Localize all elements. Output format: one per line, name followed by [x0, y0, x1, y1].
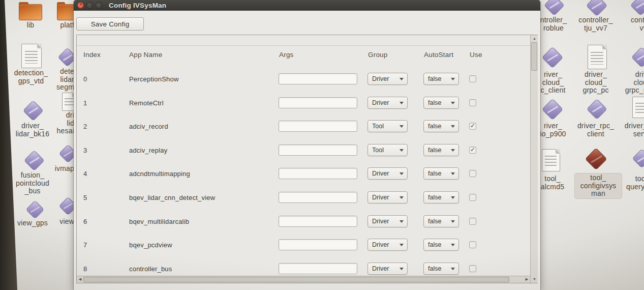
- use-checkbox[interactable]: [469, 218, 476, 225]
- maximize-icon[interactable]: [96, 2, 102, 9]
- chevron-down-icon: [451, 244, 455, 246]
- close-icon[interactable]: [77, 2, 84, 9]
- table-row: 4 adcndtmultimapping Driver false: [77, 162, 529, 186]
- desktop: lib detection_ gps_vtd driver_ lidar_bk1…: [0, 0, 644, 290]
- args-input[interactable]: [279, 121, 357, 132]
- autostart-dropdown[interactable]: false: [423, 144, 459, 156]
- chevron-down-icon: [451, 78, 455, 80]
- chevron-down-icon: [451, 268, 455, 270]
- use-checkbox[interactable]: [469, 265, 476, 272]
- autostart-value: false: [428, 265, 441, 272]
- horizontal-scroll-thumb[interactable]: [83, 277, 509, 282]
- desktop-icon-label: tool_ configivsys man: [575, 173, 622, 198]
- folder-icon: [19, 4, 42, 20]
- args-input[interactable]: [279, 216, 357, 227]
- row-index: 8: [83, 265, 87, 272]
- scroll-down-icon[interactable]: ▼: [531, 276, 538, 282]
- autostart-value: false: [428, 218, 441, 225]
- vertical-scrollbar[interactable]: ▲ ▼: [530, 35, 538, 283]
- autostart-dropdown[interactable]: false: [423, 73, 459, 85]
- group-value: Driver: [372, 265, 389, 272]
- monitor-bezel: [0, 0, 20, 290]
- autostart-value: false: [428, 123, 441, 130]
- table-row: 7 bqev_pcdview Driver false: [77, 233, 529, 257]
- chevron-down-icon: [451, 125, 455, 128]
- use-checkbox[interactable]: [469, 194, 476, 201]
- diamond-app-icon: [542, 99, 562, 119]
- group-dropdown[interactable]: Driver: [367, 191, 408, 204]
- use-checkbox[interactable]: [469, 75, 476, 82]
- chevron-down-icon: [400, 220, 404, 223]
- table-row: 0 PerceptionShow Driver false: [77, 67, 529, 91]
- use-checkbox[interactable]: [469, 99, 476, 106]
- table-rows: 0 PerceptionShow Driver false 1 RemoteCt…: [77, 35, 537, 283]
- chevron-down-icon: [400, 78, 404, 80]
- vertical-scroll-thumb[interactable]: [531, 42, 537, 71]
- horizontal-scrollbar[interactable]: ◀ ▶: [77, 276, 530, 283]
- args-input[interactable]: [279, 263, 357, 274]
- use-checkbox[interactable]: [469, 241, 476, 248]
- args-input[interactable]: [279, 239, 357, 250]
- row-index: 7: [83, 241, 87, 249]
- desktop-icon-label: driver_rpc_ client: [572, 122, 619, 138]
- group-dropdown[interactable]: Tool: [367, 144, 408, 156]
- diamond-app-icon: [23, 100, 42, 120]
- autostart-dropdown[interactable]: false: [423, 215, 459, 227]
- autostart-dropdown[interactable]: false: [423, 97, 459, 109]
- args-input[interactable]: [279, 97, 357, 108]
- table-row: 2 adciv_record Tool false: [77, 114, 529, 138]
- group-value: Tool: [372, 123, 384, 130]
- autostart-dropdown[interactable]: false: [423, 120, 459, 132]
- chevron-down-icon: [400, 268, 404, 270]
- desktop-icon-label: dri lid hesai: [48, 111, 74, 135]
- diamond-app-icon: [24, 150, 43, 169]
- scroll-up-icon[interactable]: ▲: [531, 35, 538, 42]
- desktop-icon-label: dete lidar segm: [49, 68, 74, 92]
- group-dropdown[interactable]: Tool: [367, 120, 408, 132]
- scroll-right-icon[interactable]: ▶: [524, 276, 530, 283]
- autostart-value: false: [428, 99, 441, 106]
- group-dropdown[interactable]: Driver: [367, 73, 408, 85]
- group-dropdown[interactable]: Driver: [367, 215, 408, 227]
- group-value: Driver: [372, 218, 389, 225]
- chevron-down-icon: [451, 149, 455, 152]
- group-value: Driver: [372, 75, 389, 82]
- group-dropdown[interactable]: Driver: [367, 97, 408, 109]
- chevron-down-icon: [400, 244, 404, 246]
- row-app-name: adcndtmultimapping: [129, 170, 190, 178]
- autostart-value: false: [428, 147, 441, 154]
- autostart-dropdown[interactable]: false: [423, 263, 459, 275]
- table-row: 5 bqev_lidar_cnn_detect_view Driver fals…: [77, 186, 529, 210]
- group-dropdown[interactable]: Driver: [367, 167, 408, 180]
- table-row: 6 bqev_multilidarcalib Driver false: [77, 209, 529, 233]
- args-input[interactable]: [279, 192, 357, 203]
- diamond-app-icon: [631, 47, 644, 66]
- window-titlebar[interactable]: Config IVSysMan: [74, 0, 540, 11]
- save-config-button[interactable]: Save Config: [76, 17, 144, 31]
- scroll-left-icon[interactable]: ◀: [77, 276, 83, 283]
- group-dropdown[interactable]: Driver: [367, 263, 408, 275]
- args-input[interactable]: [279, 144, 357, 156]
- diamond-app-icon-red: [585, 148, 606, 169]
- desktop-icon-label: river_ io_p900: [536, 122, 570, 138]
- args-input[interactable]: [279, 168, 357, 179]
- args-input[interactable]: [279, 73, 357, 84]
- use-checkbox[interactable]: [469, 170, 476, 177]
- row-app-name: bqev_lidar_cnn_detect_view: [129, 194, 215, 201]
- group-value: Driver: [372, 170, 389, 177]
- use-checkbox[interactable]: [469, 123, 476, 130]
- autostart-dropdown[interactable]: false: [423, 167, 459, 180]
- row-index: 1: [83, 99, 87, 106]
- row-app-name: adciv_record: [129, 123, 168, 130]
- autostart-value: false: [428, 75, 441, 82]
- diamond-app-icon: [630, 0, 644, 14]
- diamond-app-icon: [26, 200, 43, 218]
- use-checkbox[interactable]: [469, 147, 476, 154]
- desktop-icon-label: driver_ serv: [618, 122, 644, 138]
- autostart-dropdown[interactable]: false: [423, 191, 459, 204]
- group-dropdown[interactable]: Driver: [367, 239, 408, 251]
- row-app-name: bqev_multilidarcalib: [129, 217, 189, 225]
- desktop-icon-label: view: [49, 218, 74, 226]
- minimize-icon[interactable]: [86, 2, 93, 9]
- autostart-dropdown[interactable]: false: [423, 239, 459, 251]
